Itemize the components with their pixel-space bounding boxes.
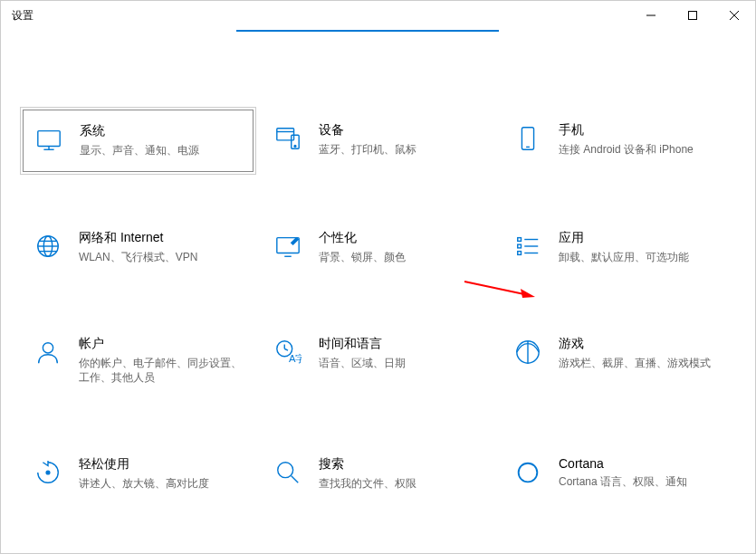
category-title: 时间和语言 xyxy=(319,336,406,352)
titlebar: 设置 xyxy=(1,1,755,30)
category-cortana[interactable]: Cortana Cortana 语言、权限、通知 xyxy=(502,444,733,504)
phone-icon xyxy=(513,124,542,153)
category-desc: 查找我的文件、权限 xyxy=(319,476,416,492)
category-grid: 系统 显示、声音、通知、电源 设备 蓝牙、打印机、鼠标 手机 连接 Androi… xyxy=(23,110,733,554)
category-time-language[interactable]: A字 时间和语言 语音、区域、日期 xyxy=(263,323,493,399)
category-title: 手机 xyxy=(559,122,694,138)
window-controls xyxy=(630,1,755,30)
devices-icon xyxy=(273,124,302,153)
category-title: Cortana xyxy=(559,456,687,471)
gaming-icon xyxy=(513,338,542,367)
svg-line-35 xyxy=(292,476,299,483)
accounts-icon xyxy=(33,338,62,367)
category-personalization[interactable]: 个性化 背景、锁屏、颜色 xyxy=(263,217,493,278)
search-underline[interactable] xyxy=(236,30,499,32)
svg-point-34 xyxy=(278,463,293,478)
category-title: 个性化 xyxy=(319,230,406,246)
category-gaming[interactable]: 游戏 游戏栏、截屏、直播、游戏模式 xyxy=(502,323,733,399)
search-icon xyxy=(273,458,302,487)
svg-point-33 xyxy=(46,471,50,474)
network-icon xyxy=(33,232,62,261)
close-button[interactable] xyxy=(713,1,755,30)
svg-rect-4 xyxy=(38,131,60,147)
category-title: 网络和 Internet xyxy=(79,230,197,246)
category-update-security[interactable]: 更新和安全 Windows 更新、恢复、备份 xyxy=(263,549,493,554)
category-phone[interactable]: 手机 连接 Android 设备和 iPhone xyxy=(502,110,733,172)
category-title: 游戏 xyxy=(559,336,711,352)
category-accounts[interactable]: 帐户 你的帐户、电子邮件、同步设置、工作、其他人员 xyxy=(23,323,254,399)
category-system[interactable]: 系统 显示、声音、通知、电源 xyxy=(23,110,254,172)
category-desc: Cortana 语言、权限、通知 xyxy=(559,474,687,490)
category-desc: 语音、区域、日期 xyxy=(319,356,406,371)
category-privacy[interactable]: 隐私 位置、相机、麦克风 xyxy=(23,549,254,554)
category-title: 系统 xyxy=(80,123,199,139)
category-title: 帐户 xyxy=(79,336,243,352)
svg-line-29 xyxy=(284,349,288,350)
category-desc: 游戏栏、截屏、直播、游戏模式 xyxy=(559,356,711,371)
category-apps[interactable]: 应用 卸载、默认应用、可选功能 xyxy=(502,217,733,278)
category-desc: 蓝牙、打印机、鼠标 xyxy=(319,142,416,158)
svg-point-36 xyxy=(519,463,538,482)
category-network[interactable]: 网络和 Internet WLAN、飞行模式、VPN xyxy=(23,217,254,278)
category-ease-of-access[interactable]: 轻松使用 讲述人、放大镜、高对比度 xyxy=(23,444,254,504)
category-search[interactable]: 搜索 查找我的文件、权限 xyxy=(263,444,493,504)
category-title: 搜索 xyxy=(319,456,416,473)
settings-home: 系统 显示、声音、通知、电源 设备 蓝牙、打印机、鼠标 手机 连接 Androi… xyxy=(1,30,755,554)
system-icon xyxy=(34,125,63,154)
maximize-button[interactable] xyxy=(672,1,713,30)
category-desc: 卸载、默认应用、可选功能 xyxy=(559,250,689,265)
category-desc: 显示、声音、通知、电源 xyxy=(80,143,199,158)
svg-text:A字: A字 xyxy=(289,353,301,364)
svg-rect-22 xyxy=(518,244,522,248)
window-title: 设置 xyxy=(12,8,33,24)
category-title: 设备 xyxy=(319,122,416,138)
svg-rect-1 xyxy=(689,12,697,20)
personalization-icon xyxy=(273,232,302,261)
svg-rect-11 xyxy=(522,128,533,149)
apps-icon xyxy=(513,232,542,261)
svg-point-26 xyxy=(43,342,53,352)
category-desc: 连接 Android 设备和 iPhone xyxy=(559,142,694,158)
minimize-button[interactable] xyxy=(630,1,672,30)
svg-point-10 xyxy=(294,146,296,148)
cortana-icon xyxy=(513,458,542,487)
ease-of-access-icon xyxy=(33,458,62,487)
svg-rect-20 xyxy=(518,237,522,241)
svg-rect-24 xyxy=(518,251,522,254)
category-desc: WLAN、飞行模式、VPN xyxy=(79,250,197,265)
category-title: 轻松使用 xyxy=(79,456,209,473)
category-title: 应用 xyxy=(559,230,689,246)
category-desc: 背景、锁屏、颜色 xyxy=(319,250,406,265)
category-desc: 你的帐户、电子邮件、同步设置、工作、其他人员 xyxy=(79,356,243,387)
category-devices[interactable]: 设备 蓝牙、打印机、鼠标 xyxy=(263,110,493,172)
time-language-icon: A字 xyxy=(273,338,302,367)
category-desc: 讲述人、放大镜、高对比度 xyxy=(79,476,209,492)
